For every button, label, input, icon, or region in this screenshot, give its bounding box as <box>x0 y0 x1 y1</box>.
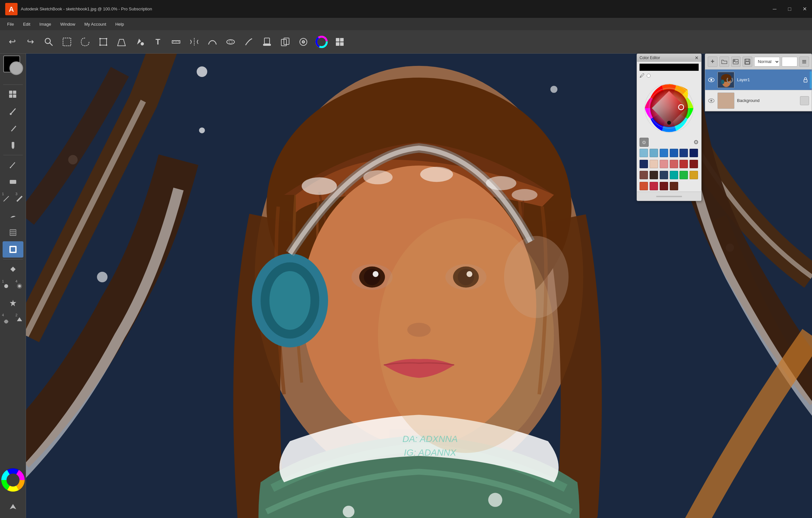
undo-button[interactable]: ↩ <box>4 33 21 50</box>
svg-rect-6 <box>99 38 101 39</box>
tool-ink[interactable]: 2 <box>13 312 26 328</box>
secondary-color-swatch[interactable] <box>9 61 23 75</box>
swatch-maroon[interactable] <box>660 182 668 190</box>
tool-texture[interactable] <box>3 224 23 241</box>
svg-point-87 <box>364 269 380 285</box>
swatch-gold[interactable] <box>690 171 698 179</box>
stamp-button[interactable] <box>259 33 276 50</box>
layer-row-1[interactable]: Layer1 <box>705 69 812 90</box>
color-editor-scroll[interactable] <box>656 196 682 197</box>
swatch-darkblue1[interactable] <box>679 149 688 157</box>
rect-select-button[interactable] <box>58 33 75 50</box>
menu-image[interactable]: Image <box>35 20 56 29</box>
zoom-button[interactable] <box>40 33 57 50</box>
save-layer-button[interactable] <box>743 57 752 67</box>
tool-eraser-rect[interactable] <box>3 174 23 190</box>
bg-visibility[interactable] <box>708 97 715 104</box>
layer-row-background[interactable]: Background <box>705 90 812 111</box>
tool-marker[interactable] <box>3 137 23 153</box>
swatch-salmon[interactable] <box>670 160 678 168</box>
perspective-button[interactable] <box>113 33 130 50</box>
tool-pen-2[interactable] <box>3 157 23 173</box>
transform-button[interactable] <box>95 33 112 50</box>
menu-help[interactable]: Help <box>111 20 128 29</box>
tool-arrow[interactable] <box>3 498 23 515</box>
tool-smudge[interactable] <box>3 207 23 224</box>
tool-brush-sm-2[interactable]: 1 <box>0 278 12 294</box>
bucket-button[interactable] <box>131 33 148 50</box>
color-wheel-button[interactable] <box>313 33 330 50</box>
layers-menu-button[interactable] <box>799 57 809 67</box>
lasso-select-button[interactable] <box>77 33 93 50</box>
swatch-blue1[interactable] <box>660 149 668 157</box>
image-import-button[interactable] <box>731 57 741 67</box>
color-black-bar[interactable] <box>640 64 699 71</box>
color-wheel-svg[interactable] <box>641 81 697 136</box>
color-editor-close-button[interactable]: ✕ <box>695 55 699 60</box>
swatch-blue2[interactable] <box>670 149 678 157</box>
swatch-pink1[interactable] <box>660 160 668 168</box>
swatch-darkbrown[interactable] <box>649 171 658 179</box>
layer1-lock[interactable] <box>802 76 809 83</box>
color-adjust-button[interactable]: ⚙ <box>693 139 699 146</box>
layout-button[interactable] <box>331 33 348 50</box>
swatch-lightblue2[interactable] <box>649 149 658 157</box>
minimize-button[interactable]: ─ <box>767 0 782 18</box>
ruler-button[interactable] <box>168 33 184 50</box>
redo-button[interactable]: ↪ <box>22 33 39 50</box>
svg-rect-7 <box>106 38 107 39</box>
symmetry-button[interactable] <box>186 33 203 50</box>
tool-blend-brush[interactable] <box>3 261 23 277</box>
tool-wet[interactable]: 4 <box>0 312 12 328</box>
tool-brush-med-2[interactable]: 4 <box>13 278 26 294</box>
maximize-button[interactable]: □ <box>782 0 797 18</box>
tool-pen-1[interactable] <box>3 120 23 136</box>
mini-color-wheel[interactable] <box>0 467 26 498</box>
tool-layout[interactable] <box>3 86 23 103</box>
curve-button[interactable] <box>204 33 221 50</box>
copy-paste-button[interactable] <box>277 33 294 50</box>
menu-myaccount[interactable]: My Account <box>80 20 111 29</box>
layers-panel: + Normal Multiply Screen Overlay 100 <box>705 54 812 111</box>
swatch-green[interactable] <box>679 171 688 179</box>
svg-point-100 <box>302 177 337 195</box>
menu-edit[interactable]: Edit <box>19 20 35 29</box>
swatch-brown1[interactable] <box>640 171 648 179</box>
menu-window[interactable]: Window <box>56 20 80 29</box>
swatch-darkred1[interactable] <box>690 160 698 168</box>
color-mode-button[interactable]: ⊙ <box>640 138 649 147</box>
swatch-skin1[interactable] <box>649 160 658 168</box>
brush-library-button[interactable] <box>295 33 312 50</box>
swatch-darkbrown2[interactable] <box>670 182 678 190</box>
menu-file[interactable]: File <box>3 20 19 29</box>
svg-rect-9 <box>106 45 107 46</box>
ellipse-guide-button[interactable] <box>222 33 239 50</box>
eyedropper-button[interactable]: 🖊 <box>640 73 645 79</box>
tool-brush-sm[interactable]: 1 <box>0 191 12 207</box>
color-adjust-row: ⊙ ⚙ <box>637 137 701 147</box>
tool-fill-brush[interactable] <box>3 241 23 258</box>
add-layer-button[interactable]: + <box>708 57 718 67</box>
swatch-red1[interactable] <box>679 160 688 168</box>
swatch-navy[interactable] <box>640 160 648 168</box>
color-wheel-container[interactable] <box>637 79 701 137</box>
swatch-darkblue2[interactable] <box>690 149 698 157</box>
text-button[interactable]: T <box>149 33 166 50</box>
tool-brush-med[interactable]: 3 <box>13 191 26 207</box>
swatch-teal[interactable] <box>670 171 678 179</box>
close-button[interactable]: ✕ <box>797 0 812 18</box>
swatch-lightblue1[interactable] <box>640 149 648 157</box>
layer1-visibility[interactable] <box>708 76 715 83</box>
swatch-orange1[interactable] <box>640 182 648 190</box>
svg-rect-37 <box>340 42 344 46</box>
tool-brush-1[interactable] <box>3 103 23 119</box>
tool-special[interactable] <box>3 295 23 311</box>
opacity-input[interactable]: 100 <box>782 57 798 66</box>
bg-color-indicator <box>800 96 809 105</box>
svg-rect-130 <box>746 59 749 61</box>
swatch-crimson[interactable] <box>649 182 658 190</box>
blend-mode-select[interactable]: Normal Multiply Screen Overlay <box>754 57 780 66</box>
folder-button[interactable] <box>719 57 729 67</box>
line-tool-button[interactable] <box>240 33 257 50</box>
swatch-steel[interactable] <box>660 171 668 179</box>
